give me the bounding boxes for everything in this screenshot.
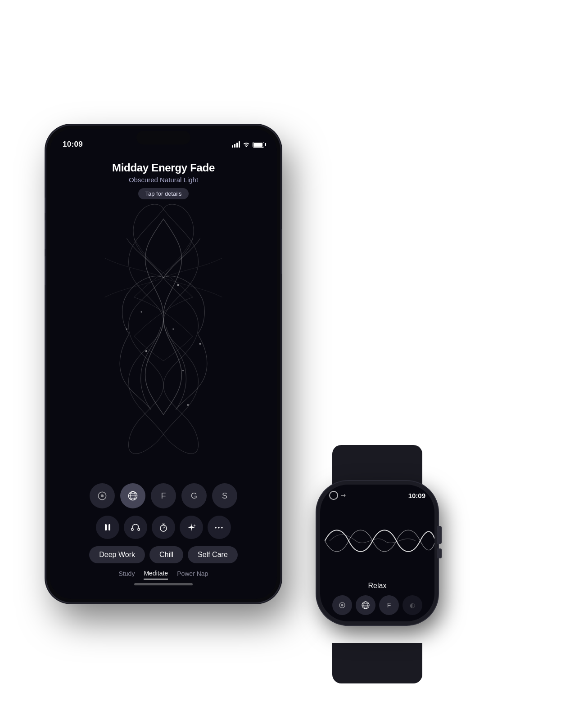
globe-button[interactable] [120, 483, 145, 508]
globe-icon [127, 490, 139, 502]
app-title-area: Midday Energy Fade Obscured Natural Ligh… [112, 153, 215, 199]
watch-status-bar: ↗ 10:09 [320, 485, 434, 503]
svg-point-3 [140, 311, 142, 313]
deep-work-tab[interactable]: Deep Work [89, 546, 145, 563]
pause-button[interactable] [96, 516, 119, 539]
svg-point-6 [126, 328, 127, 330]
category-tabs: Deep Work Chill Self Care [59, 546, 268, 563]
iphone-screen: 10:09 [50, 129, 277, 599]
g-button[interactable]: G [181, 483, 207, 508]
signal-icon [232, 141, 240, 148]
power-nap-subtab[interactable]: Power Nap [177, 570, 208, 579]
svg-point-24 [341, 604, 344, 607]
headphone-button[interactable] [124, 516, 147, 539]
pause-icon [103, 522, 113, 532]
sparkle-button[interactable] [180, 516, 203, 539]
location-button[interactable] [90, 483, 115, 508]
svg-rect-17 [131, 528, 133, 530]
svg-point-5 [199, 343, 201, 345]
svg-rect-16 [109, 524, 110, 530]
icon-symbol-row: F G S [59, 483, 268, 508]
apple-watch: ↗ 10:09 Relax [308, 481, 447, 647]
watch-screen: ↗ 10:09 Relax [320, 485, 434, 621]
s-button[interactable]: S [212, 483, 237, 508]
wave-visualization [50, 199, 277, 483]
battery-icon [253, 142, 264, 148]
svg-point-9 [101, 494, 104, 497]
iphone-vol-up-btn [45, 220, 46, 249]
watch-crown [437, 526, 442, 544]
watch-time: 10:09 [408, 492, 425, 499]
sub-tabs: Study Meditate Power Nap [59, 570, 268, 580]
iphone-power-btn [280, 229, 282, 274]
svg-rect-18 [138, 528, 140, 530]
watch-side-button [437, 548, 442, 558]
study-subtab[interactable]: Study [119, 570, 135, 579]
watch-band-top [332, 445, 422, 485]
action-bar: ●●● [59, 516, 268, 539]
home-indicator [134, 583, 193, 585]
sparkle-icon [186, 522, 196, 532]
status-time: 10:09 [63, 140, 83, 149]
watch-globe-icon [360, 600, 371, 611]
watch-partial-btn: ◐ [403, 595, 422, 615]
svg-point-2 [182, 370, 184, 371]
f-button[interactable]: F [151, 483, 176, 508]
app-title: Midday Energy Fade [112, 162, 215, 174]
svg-point-0 [177, 284, 179, 286]
watch-arrow-icon: ↗ [339, 491, 348, 500]
chill-tab[interactable]: Chill [149, 546, 183, 563]
watch-status-left: ↗ [329, 491, 346, 500]
wave-svg [50, 199, 277, 483]
location-icon [96, 490, 109, 502]
watch-globe-btn[interactable] [356, 595, 375, 615]
iphone-vol-down-btn [45, 256, 46, 285]
iphone-device: 10:09 [46, 126, 280, 602]
svg-point-1 [145, 350, 147, 352]
app-subtitle: Obscured Natural Light [112, 176, 215, 184]
watch-wave-visualization [320, 503, 434, 579]
svg-point-4 [172, 328, 174, 330]
svg-line-22 [163, 527, 165, 528]
timer-button[interactable] [152, 516, 175, 539]
watch-body: ↗ 10:09 Relax [317, 481, 438, 625]
watch-icon-row: F ◐ [320, 593, 434, 621]
meditate-subtab[interactable]: Meditate [144, 570, 168, 580]
scene: 10:09 [46, 27, 542, 701]
status-icons [232, 141, 264, 148]
watch-band-bottom [332, 643, 422, 683]
bottom-controls: F G S [50, 483, 277, 599]
svg-point-7 [187, 404, 189, 406]
tap-details-button[interactable]: Tap for details [138, 188, 189, 199]
self-care-tab[interactable]: Self Care [188, 546, 238, 563]
iphone-mute-btn [45, 198, 46, 213]
watch-relax-label: Relax [320, 579, 434, 593]
timer-icon [158, 522, 168, 532]
svg-rect-15 [105, 524, 107, 530]
more-button[interactable]: ●●● [208, 516, 231, 539]
watch-location-btn[interactable] [332, 595, 352, 615]
watch-activity-icon [329, 491, 338, 500]
iphone-notch [136, 131, 190, 144]
watch-wave-svg [320, 503, 434, 579]
wifi-icon [243, 142, 250, 147]
watch-location-icon [338, 601, 347, 610]
app-content: Midday Energy Fade Obscured Natural Ligh… [50, 153, 277, 599]
watch-f-btn[interactable]: F [379, 595, 399, 615]
headphone-icon [131, 522, 140, 532]
